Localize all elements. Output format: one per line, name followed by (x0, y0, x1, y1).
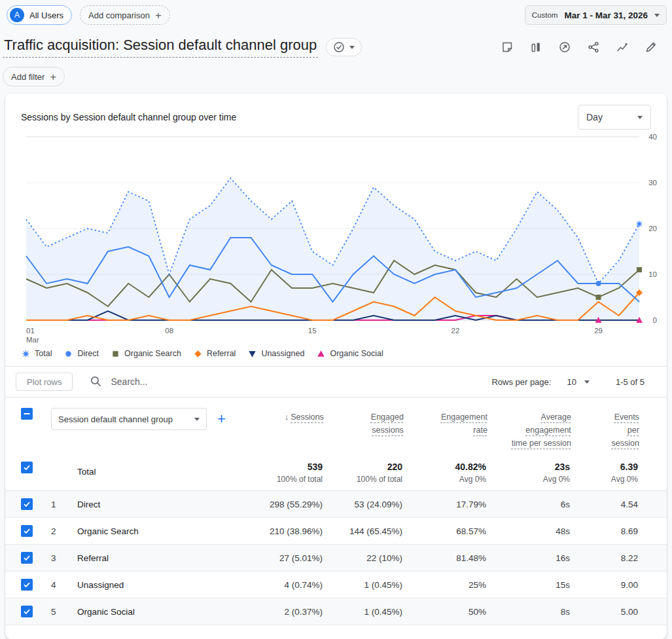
pagination-range: 1-5 of 5 (616, 377, 645, 387)
legend-item-unassigned[interactable]: Unassigned (247, 349, 304, 359)
note-icon[interactable] (501, 41, 514, 54)
share-icon[interactable] (587, 41, 600, 54)
avg-time-value: 6s (486, 500, 570, 509)
legend-item-referral[interactable]: Referral (193, 349, 236, 359)
sessions-over-time-chart[interactable]: 01020304001Mar08152229 (21, 130, 659, 344)
avg-time-value: 15s (486, 580, 570, 590)
audience-chip[interactable]: A All Users (7, 5, 72, 25)
check-icon (23, 527, 31, 535)
rate-value: 50% (402, 607, 486, 617)
legend-item-total[interactable]: Total (21, 349, 52, 359)
caret-down-icon[interactable] (584, 380, 590, 384)
top-bar: A All Users Add comparison + Custom Mar … (0, 0, 672, 29)
benchmark-icon[interactable] (558, 41, 571, 54)
date-preset-label: Custom (532, 11, 558, 19)
channel-name: Organic Search (77, 526, 224, 536)
avg-time-value: 8s (486, 607, 570, 617)
svg-text:0: 0 (653, 316, 657, 324)
row-checkbox[interactable] (21, 498, 33, 510)
caret-down-icon (654, 14, 660, 17)
legend-item-direct[interactable]: Direct (63, 349, 99, 359)
check-icon (23, 608, 31, 615)
unassigned-series-icon (247, 349, 257, 359)
add-dimension-button[interactable]: + (217, 412, 226, 426)
legend-item-organic-search[interactable]: Organic Search (111, 349, 181, 359)
comparison-bars-icon[interactable] (529, 41, 542, 54)
row-checkbox[interactable] (21, 606, 33, 617)
select-all-checkbox[interactable] (21, 408, 33, 420)
row-checkbox[interactable] (21, 525, 33, 537)
column-label: Events per session (601, 411, 639, 450)
engaged-value: 144 (65.45%) (323, 526, 402, 536)
svg-text:10: 10 (648, 270, 657, 278)
insights-icon[interactable] (616, 41, 629, 54)
channel-name: Organic Social (77, 607, 224, 617)
channel-name: Referral (77, 553, 224, 563)
table-row-organic-social: 5 Organic Social 2 (0.37%) 1 (0.45%) 50%… (5, 598, 667, 625)
total-engaged: 220 (323, 462, 402, 472)
total-events: 6.39 (570, 462, 638, 472)
dimension-value: Session default channel group (58, 414, 173, 424)
page-title[interactable]: Traffic acquisition: Session default cha… (3, 37, 318, 58)
report-status-pill[interactable] (326, 38, 362, 56)
organic-social-series-icon (316, 349, 326, 359)
table-toolbar: Plot rows Rows per page: 10 1-5 of 5 (5, 366, 667, 397)
svg-text:08: 08 (165, 327, 173, 335)
sessions-value: 210 (38.96%) (224, 526, 323, 536)
dimension-selector[interactable]: Session default channel group (51, 408, 207, 430)
table-header: Session default channel group + ↓Session… (5, 397, 667, 456)
chart-title: Sessions by Session default channel grou… (21, 112, 236, 122)
granularity-select[interactable]: Day (578, 105, 651, 130)
row-number: 5 (51, 607, 77, 617)
row-checkbox[interactable] (21, 552, 33, 564)
date-range-picker[interactable]: Custom Mar 1 - Mar 31, 2026 (525, 5, 667, 25)
add-comparison-button[interactable]: Add comparison + (80, 5, 170, 25)
legend-label: Organic Social (330, 349, 383, 358)
legend-label: Direct (77, 349, 99, 358)
table-row-organic-search: 2 Organic Search 210 (38.96%) 144 (65.45… (5, 518, 667, 545)
events-value: 4.54 (570, 500, 638, 509)
column-header-events-per-session[interactable]: Events per session (571, 408, 639, 450)
rate-value: 17.79% (402, 500, 486, 509)
svg-text:29: 29 (594, 327, 603, 335)
row-number: 2 (51, 526, 77, 536)
rows-per-page-label: Rows per page: (491, 377, 551, 387)
plus-icon: + (50, 71, 56, 82)
add-filter-button[interactable]: Add filter + (3, 67, 65, 86)
total-avg-time: 23s (486, 462, 570, 472)
avg-time-value: 16s (486, 553, 570, 563)
avg-time-value: 48s (486, 526, 570, 536)
check-circle-icon (333, 41, 345, 53)
engaged-value: 53 (24.09%) (323, 500, 402, 509)
column-header-avg-engagement-time[interactable]: Average engagement time per session (487, 408, 571, 450)
table-search[interactable] (90, 375, 491, 388)
column-header-sessions[interactable]: ↓Sessions (226, 408, 324, 424)
column-label: Sessions (291, 411, 324, 424)
column-label: Engagement rate (427, 411, 487, 437)
column-header-engaged-sessions[interactable]: Engaged sessions (324, 408, 404, 437)
check-icon (23, 554, 31, 562)
granularity-value: Day (586, 112, 603, 122)
chart-header: Sessions by Session default channel grou… (5, 94, 667, 130)
rows-per-page-value[interactable]: 10 (567, 377, 576, 387)
engaged-value: 1 (0.45%) (323, 580, 402, 590)
pagination-controls: Rows per page: 10 1-5 of 5 (491, 377, 645, 387)
total-rate-sub: Avg 0% (402, 475, 486, 484)
search-input[interactable] (111, 376, 320, 387)
totals-label: Total (77, 462, 224, 477)
svg-text:22: 22 (451, 327, 460, 335)
sessions-value: 27 (5.01%) (224, 553, 323, 563)
rate-value: 81.48% (402, 553, 486, 563)
table-body: 1 Direct 298 (55.29%) 53 (24.09%) 17.79%… (5, 491, 667, 625)
plot-rows-label: Plot rows (27, 377, 62, 387)
column-header-engagement-rate[interactable]: Engagement rate (404, 408, 487, 437)
date-range-value: Mar 1 - Mar 31, 2026 (564, 10, 648, 20)
column-label: Average engagement time per session (510, 411, 571, 450)
svg-text:Mar: Mar (26, 336, 39, 344)
legend-item-organic-social[interactable]: Organic Social (316, 349, 383, 359)
row-checkbox[interactable] (21, 579, 33, 591)
plot-rows-button[interactable]: Plot rows (16, 373, 73, 391)
row-checkbox[interactable] (21, 462, 33, 473)
legend-label: Organic Search (124, 349, 181, 358)
edit-pencil-icon[interactable] (645, 41, 658, 54)
